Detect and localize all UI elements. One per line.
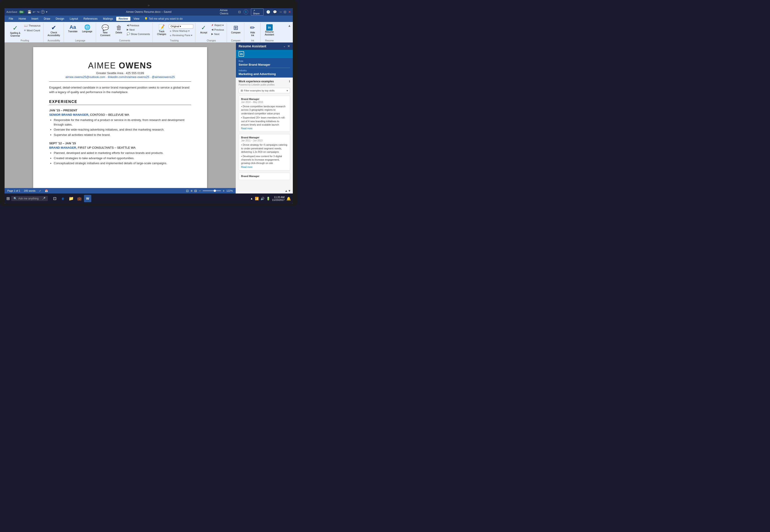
network-icon[interactable]: 📶 <box>255 197 259 200</box>
delete-comment-button[interactable]: 🗑 Delete <box>113 23 125 35</box>
more-icon[interactable]: ▾ <box>46 10 47 13</box>
skype-icon[interactable]: S <box>244 9 248 14</box>
save-icon[interactable]: 💾 <box>27 10 31 14</box>
panel-header: Resume Assistant ⌄ ✕ <box>236 43 293 50</box>
explorer-button[interactable]: 📁 <box>67 195 75 202</box>
autosave-toggle[interactable]: On <box>19 11 24 13</box>
menu-references[interactable]: References <box>81 17 100 21</box>
system-tray-chevron[interactable]: ▲ <box>250 197 253 200</box>
view-icon-read[interactable]: ⊟ <box>194 189 197 193</box>
exp-read-more-2[interactable]: Read more <box>241 166 288 168</box>
exp-read-more-1[interactable]: Read more <box>241 127 288 130</box>
translate-button[interactable]: Aa Translate <box>66 23 79 34</box>
battery-icon[interactable]: 🔋 <box>266 197 270 200</box>
show-markup-button[interactable]: ≡ Show Markup ▾ <box>169 29 193 33</box>
previous-change-button[interactable]: ◀ Previous <box>210 28 225 32</box>
filter-bar[interactable]: ⊞ Filter examples by top skills ▾ <box>239 88 290 93</box>
accept-button[interactable]: ✓ Accept <box>198 23 210 35</box>
menu-insert[interactable]: Insert <box>29 17 40 21</box>
exp-dates-2: Jan 2011 – Jun 2013 <box>241 139 288 142</box>
share-button[interactable]: ↗ Share <box>251 8 264 16</box>
edge-button[interactable]: e <box>59 195 67 202</box>
start-button[interactable]: ⊞ <box>6 196 10 201</box>
tell-me-bar[interactable]: 💡 Tell me what you want to do <box>144 17 183 20</box>
next-change-button[interactable]: ▶ Next <box>210 32 225 36</box>
compare-button[interactable]: ⊞ Compare <box>229 23 242 35</box>
view-icon-web[interactable]: ≡ <box>191 189 192 193</box>
word-button[interactable]: W <box>84 195 91 202</box>
layout-icon[interactable]: ⊡ <box>238 10 241 14</box>
layout-status-icon: 📅 <box>45 189 48 192</box>
menu-layout[interactable]: Layout <box>67 17 80 21</box>
exp-dates-1: Jun 2014 – May 2016 <box>241 101 288 103</box>
ribbon-collapse-button[interactable]: ▲ <box>288 24 291 27</box>
volume-icon[interactable]: 🔊 <box>261 197 264 200</box>
title-bar-center: Aimee Owens Resume.docx – Saved <box>78 10 220 13</box>
redo-icon[interactable]: ↪ <box>37 10 40 14</box>
doc-page: AIMEE OWENS Greater Seattle Area · 425 5… <box>33 47 207 188</box>
undo-icon[interactable]: ↩ <box>33 10 35 14</box>
thesaurus-button[interactable]: 📖 Thesaurus <box>23 23 41 28</box>
industry-value[interactable]: Marketing and Advertising <box>239 72 290 76</box>
info-icon[interactable]: ℹ <box>289 80 290 83</box>
ink-label: Ink <box>251 39 254 42</box>
view-icon-print[interactable]: ⊡ <box>186 189 189 193</box>
menu-view[interactable]: View <box>131 17 142 21</box>
wordcount-button[interactable]: ≡ Word Count <box>23 28 41 32</box>
help-icon[interactable]: ? <box>41 10 45 14</box>
store-button[interactable]: 💼 <box>76 195 83 202</box>
panel-scroll-up-button[interactable]: ▲ <box>285 189 288 193</box>
mic-icon[interactable]: 🎤 <box>42 197 46 200</box>
menu-file[interactable]: File <box>6 17 15 21</box>
panel-collapse-icon[interactable]: ⌄ <box>283 45 285 48</box>
menu-home[interactable]: Home <box>16 17 28 21</box>
minimize-button[interactable]: ─ <box>280 10 282 14</box>
doc-scroll[interactable]: AIMEE OWENS Greater Seattle Area · 425 5… <box>5 43 236 188</box>
reviewing-pane-button[interactable]: ≡ Reviewing Pane ▾ <box>169 33 193 37</box>
menu-draw[interactable]: Draw <box>41 17 52 21</box>
menu-mailings[interactable]: Mailings <box>101 17 115 21</box>
language-content: Aa Translate 🌐 Language <box>66 23 94 39</box>
menu-design[interactable]: Design <box>53 17 66 21</box>
clock[interactable]: 11:20 AM 11/23/2017 <box>272 196 285 201</box>
search-bar[interactable]: 🔍 Ask me anything 🎤 <box>11 196 48 201</box>
close-button[interactable]: ✕ <box>288 10 291 14</box>
resume-assistant-button[interactable]: in ResumeAssistant <box>263 23 276 37</box>
ribbon-group-accessibility: ✔ CheckAccessibility Accessibility <box>44 23 64 42</box>
panel-close-button[interactable]: ✕ <box>287 44 290 48</box>
word-count-status: 205 words <box>24 189 35 192</box>
title-bar-right: Aimee Owens ⊡ S ↗ Share 🕐 💬 ─ ⊡ ✕ <box>220 8 291 16</box>
role-value[interactable]: Senior Brand Manager <box>239 63 290 68</box>
reject-label: Reject ▾ <box>214 24 223 27</box>
menu-review[interactable]: Review <box>116 17 130 21</box>
changes-label: Changes <box>207 39 216 42</box>
job-title-1: SENIOR BRAND MANAGER, CONTOSO – BELLEVUE… <box>49 113 191 116</box>
bullet-2-1: Planned, developed and aided in marketin… <box>54 151 191 155</box>
resume-content: in ResumeAssistant <box>263 23 276 39</box>
next-comment-button[interactable]: ▶ Next <box>126 28 151 32</box>
taskview-button[interactable]: ⊡ <box>51 195 58 202</box>
language-button[interactable]: 🌐 Language <box>80 23 94 34</box>
taskbar-apps: ⊡ e 📁 💼 W <box>51 195 91 202</box>
laptop-frame: AutoSave On 💾 ↩ ↪ ? ▾ Aimee Owens Resume… <box>0 0 297 206</box>
notification-button[interactable]: 🔔 <box>286 196 291 201</box>
history-icon[interactable]: 🕐 <box>266 10 270 14</box>
show-comments-button[interactable]: 💭 Show Comments <box>126 32 151 36</box>
thesaurus-icon: 📖 <box>24 24 28 27</box>
zoom-out-button[interactable]: − <box>199 189 201 193</box>
bullet-1-2: Oversee the wide-reaching advertising in… <box>54 127 191 132</box>
new-comment-button[interactable]: 💬 NewComment <box>98 23 112 38</box>
zoom-in-button[interactable]: + <box>223 189 225 193</box>
track-changes-button[interactable]: 📝 TrackChanges <box>155 23 168 37</box>
reject-button[interactable]: ✗ Reject ▾ <box>210 23 225 27</box>
markup-dropdown[interactable]: Original ▾ <box>169 24 193 29</box>
restore-button[interactable]: ⊡ <box>284 10 286 14</box>
hide-ink-button[interactable]: ✏ HideInk <box>247 23 258 38</box>
panel-scroll-down-button[interactable]: ▼ <box>288 189 291 193</box>
comments-icon[interactable]: 💬 <box>273 10 277 14</box>
previous-comment-button[interactable]: ◀ Previous <box>126 23 151 27</box>
spelling-grammar-button[interactable]: ✓ Spelling &Grammar <box>8 23 22 38</box>
zoom-slider[interactable] <box>203 190 221 191</box>
name-last: OWENS <box>119 61 152 70</box>
check-accessibility-button[interactable]: ✔ CheckAccessibility <box>46 23 62 38</box>
